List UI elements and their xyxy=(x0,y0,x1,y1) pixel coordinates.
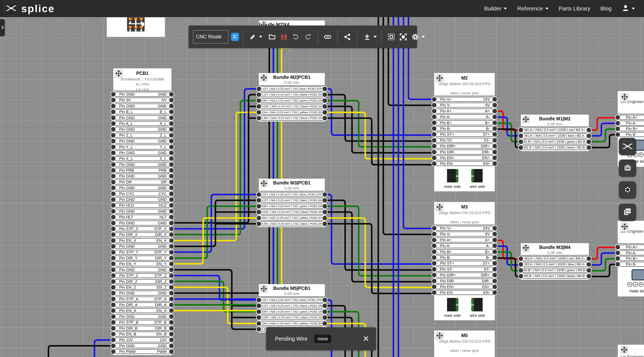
pin-port[interactable] xyxy=(432,255,437,260)
pin-row[interactable]: Pin GND GND xyxy=(113,197,172,202)
pin-row[interactable]: Pin DIR+ DIR+ xyxy=(434,144,495,148)
wire-row[interactable]: M3.EN- | N/A | 0.25 mm² | 7/32 | black |… xyxy=(259,221,325,226)
pin-port[interactable] xyxy=(169,208,174,214)
wire-port[interactable] xyxy=(256,315,262,320)
pin-port[interactable] xyxy=(169,191,174,196)
pin-row[interactable]: Pin V+ 24V xyxy=(434,226,495,231)
pdf-export-button[interactable]: PDF xyxy=(619,204,636,221)
wire-row[interactable]: M1.A- | N/A | 0.5 mm² | 10/30 | blue | M… xyxy=(521,134,589,138)
connector-tool-button[interactable] xyxy=(619,160,636,177)
settings-menu-caret-icon[interactable] xyxy=(422,36,425,38)
pin-row[interactable]: Pin ST- ST- xyxy=(434,138,495,143)
wire-port[interactable] xyxy=(256,115,262,121)
settings-gear-icon[interactable] xyxy=(412,33,419,40)
pin-port[interactable] xyxy=(432,155,437,160)
wire-port[interactable] xyxy=(322,209,328,215)
pin-port[interactable] xyxy=(432,114,437,120)
pin-port[interactable] xyxy=(169,103,174,109)
pin-port[interactable] xyxy=(110,115,116,120)
pin-row[interactable]: Pin GND GND xyxy=(113,268,172,272)
pin-row[interactable]: Pin A- A- xyxy=(434,243,495,248)
pin-port[interactable] xyxy=(492,149,498,155)
wire-row[interactable]: M3.ST- | N/A | 0.25 mm² | 7/32 | black |… xyxy=(259,198,325,203)
pin-port[interactable] xyxy=(432,249,437,254)
pin-row[interactable]: Pin EN- EN- xyxy=(434,290,495,295)
pin-port[interactable] xyxy=(169,349,174,354)
pin-port[interactable] xyxy=(169,255,174,261)
wire-row[interactable]: M1.B+ | N/A | 0.5 mm² | 10/30 | green | … xyxy=(521,139,589,144)
pin-row[interactable]: Pin DIR_X DIR_X xyxy=(113,232,172,237)
pin-port[interactable] xyxy=(169,185,174,190)
pin-port[interactable] xyxy=(169,314,174,319)
wire-port[interactable] xyxy=(518,139,524,144)
pin-port[interactable] xyxy=(432,260,437,266)
splice-tool-button[interactable] xyxy=(619,138,636,155)
redo-icon[interactable] xyxy=(304,33,312,40)
wire-port[interactable] xyxy=(256,110,262,115)
pin-port[interactable] xyxy=(169,267,174,272)
pin-port[interactable] xyxy=(169,150,174,156)
pin-port[interactable] xyxy=(169,168,174,173)
pin-row[interactable]: Pin DIR+ DIR+ xyxy=(434,272,495,278)
edit-icon[interactable] xyxy=(249,33,256,40)
move-handle[interactable] xyxy=(522,244,530,252)
pin-row[interactable]: Pin Z_L Z_L xyxy=(113,133,172,138)
pin-row[interactable]: Pin GND GND xyxy=(113,104,172,108)
pin-port[interactable] xyxy=(169,331,174,337)
pin-row[interactable]: Pin B_L B_L xyxy=(113,109,172,114)
pin-port[interactable] xyxy=(169,220,174,226)
wire-row[interactable]: M3.DIR- | N/A | 0.25 mm² | 7/32 | black … xyxy=(259,210,325,214)
pin-row[interactable]: Pin GND GND xyxy=(113,314,172,319)
pin-row[interactable]: Pin V- 0V xyxy=(434,232,495,236)
pin-row[interactable]: Pin STP_Y STP_Y xyxy=(113,250,172,255)
wire-row[interactable]: M3.DIR+ | N/A | 0.25 mm² | 7/32 | green … xyxy=(259,204,325,209)
pin-row[interactable]: Pin GND GND xyxy=(113,92,172,97)
move-handle[interactable] xyxy=(620,223,629,231)
pin-port[interactable] xyxy=(615,132,620,137)
pin-port[interactable] xyxy=(110,302,116,308)
pin-port[interactable] xyxy=(110,261,116,267)
pin-port[interactable] xyxy=(615,262,620,267)
pin-row[interactable]: Pin DIR_Y DIR_Y xyxy=(113,256,172,260)
pin-port[interactable] xyxy=(110,250,116,255)
wire-port[interactable] xyxy=(586,262,592,267)
move-handle[interactable] xyxy=(435,74,444,83)
pin-port[interactable] xyxy=(110,290,116,296)
move-handle[interactable] xyxy=(620,346,628,354)
pin-port[interactable] xyxy=(169,162,174,167)
pin-row[interactable]: Pin DIR_A DIR_A xyxy=(113,302,172,307)
pin-port[interactable] xyxy=(615,120,620,126)
pin-port[interactable] xyxy=(432,266,437,272)
pin-row[interactable]: Pin STP_Z STP_Z xyxy=(113,273,172,278)
download-menu-caret-icon[interactable] xyxy=(374,36,377,38)
pin-port[interactable] xyxy=(110,244,116,249)
pin-port[interactable] xyxy=(432,226,437,231)
move-handle[interactable] xyxy=(114,70,123,78)
pin-port[interactable] xyxy=(432,149,437,155)
nav-builder[interactable]: Builder xyxy=(484,6,507,12)
pin-row[interactable]: Pin EN_X EN_X xyxy=(113,238,172,243)
wire-port[interactable] xyxy=(322,110,328,115)
move-handle[interactable] xyxy=(260,285,268,293)
wire-port[interactable] xyxy=(322,198,328,203)
wire-port[interactable] xyxy=(322,104,328,109)
pin-port[interactable] xyxy=(492,260,498,266)
pin-row[interactable]: Pin B- xyxy=(618,132,644,137)
pin-port[interactable] xyxy=(110,326,116,331)
pin-row[interactable]: Pin A+ A+ xyxy=(434,238,495,242)
wire-port[interactable] xyxy=(586,256,592,262)
pin-row[interactable]: Pin PWM PWM xyxy=(113,349,172,354)
pin-row[interactable]: Pin EN+ EN+ xyxy=(434,156,495,160)
move-handle[interactable] xyxy=(260,180,268,188)
pin-port[interactable] xyxy=(110,320,116,325)
pin-row[interactable]: Pin A+ xyxy=(618,115,644,120)
pin-port[interactable] xyxy=(492,138,498,143)
pin-port[interactable] xyxy=(492,120,498,126)
wire-port[interactable] xyxy=(256,98,262,104)
wire-port[interactable] xyxy=(518,273,524,279)
pin-port[interactable] xyxy=(169,302,174,308)
share-icon[interactable] xyxy=(344,33,351,40)
pin-port[interactable] xyxy=(492,108,498,114)
pin-port[interactable] xyxy=(169,279,174,284)
pin-port[interactable] xyxy=(169,173,174,179)
